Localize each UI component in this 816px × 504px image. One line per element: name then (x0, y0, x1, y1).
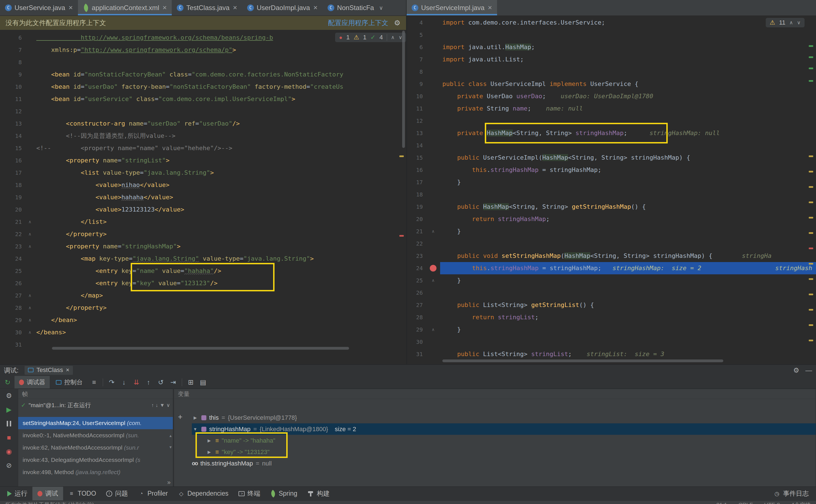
line-number[interactable]: 9 (0, 68, 26, 81)
run-to-cursor-icon[interactable]: ⇥ (168, 377, 178, 388)
warning-stripe-mark[interactable] (809, 324, 813, 326)
editor-tab-TestClass.java[interactable]: CTestClass.java× (172, 0, 242, 15)
code-text[interactable]: private HashMap<String, String> stringHa… (440, 127, 816, 139)
code-text[interactable] (34, 56, 406, 68)
expand-chevron-icon[interactable]: ▶ (206, 450, 212, 455)
line-number[interactable]: 26 (407, 287, 426, 299)
chevron-down-icon[interactable]: ∨ (379, 4, 383, 11)
toolwindow-button-终端[interactable]: >终端 (233, 487, 265, 500)
warning-stripe-mark[interactable] (809, 171, 813, 172)
status-item[interactable]: 21:1 (716, 501, 727, 504)
code-text[interactable] (440, 115, 816, 127)
code-text[interactable]: import com.demo.core.interfaces.UserServ… (440, 16, 816, 29)
line-number[interactable]: 8 (0, 56, 26, 68)
fold-marker-icon[interactable]: ∧ (432, 274, 435, 287)
menu-icon[interactable]: ≡ (89, 377, 99, 388)
line-number[interactable]: 10 (407, 90, 426, 102)
line-number[interactable]: 32 (407, 360, 426, 364)
code-text[interactable]: <list value-type="java.lang.String"> (34, 167, 406, 179)
added-stripe-mark[interactable] (809, 68, 813, 69)
editor-tab-UserService.java[interactable]: CUserService.java× (0, 0, 78, 15)
fold-marker-icon[interactable]: ∧ (28, 216, 32, 228)
line-number[interactable]: 19 (0, 191, 26, 203)
close-tab-icon[interactable]: × (313, 3, 317, 12)
prev-issue-icon[interactable]: ∧ (789, 20, 793, 26)
fold-marker-icon[interactable]: ∧ (28, 240, 32, 253)
line-number[interactable]: 18 (407, 188, 426, 201)
code-text[interactable]: return stringHashMap; (440, 213, 816, 225)
frames-scrollbar[interactable]: ▲▼ (169, 434, 172, 449)
variable-row[interactable]: ▶≡"key" -> "123123" (192, 446, 816, 458)
line-number[interactable]: 21 (0, 216, 26, 228)
expand-chevron-icon[interactable]: ▶ (206, 438, 212, 443)
warning-stripe-mark[interactable] (809, 232, 813, 234)
added-stripe-mark[interactable] (809, 45, 813, 47)
code-text[interactable]: xmlns:p="http://www.springframework.org/… (34, 44, 406, 56)
code-text[interactable] (440, 29, 816, 41)
line-number[interactable]: 31 (0, 339, 26, 351)
vertical-scrollbar-left[interactable] (402, 31, 405, 148)
code-text[interactable]: public void setStringHashMap(HashMap<Str… (440, 250, 816, 262)
warning-stripe-mark[interactable] (809, 186, 813, 188)
warning-stripe-mark[interactable] (809, 294, 813, 295)
line-number[interactable]: 29 (407, 323, 426, 336)
code-text[interactable]: public HashMap<String, String> getString… (440, 201, 816, 213)
warning-stripe-mark[interactable] (809, 278, 813, 280)
line-number[interactable]: 17 (0, 167, 26, 179)
status-item[interactable]: 4个空格 (791, 501, 811, 504)
code-text[interactable]: <bean id="userService" class="com.demo.c… (34, 93, 406, 105)
line-number[interactable]: 19 (407, 201, 426, 213)
configure-context-link[interactable]: 配置应用程序上下文 (328, 18, 388, 27)
code-text[interactable] (440, 237, 816, 250)
code-text[interactable]: <!--因为是普通类型,所以用value--> (34, 130, 406, 142)
stack-frame-row[interactable]: invoke:43, DelegatingMethodAccessorImpl … (18, 454, 173, 466)
add-watch-icon[interactable]: + (178, 412, 182, 421)
rerun-icon[interactable]: ↻ (2, 377, 13, 388)
toolwindow-button-Profiler[interactable]: ◔Profiler (133, 487, 173, 500)
line-number[interactable]: 7 (0, 44, 26, 56)
toolwindow-button-运行[interactable]: 运行 (2, 487, 32, 500)
fold-marker-icon[interactable]: ∧ (28, 302, 32, 314)
editor-tab-applicationContext.xml[interactable]: applicationContext.xml× (78, 0, 172, 15)
chevron-down-icon[interactable]: ∨ (166, 402, 170, 408)
line-number[interactable]: 11 (407, 102, 426, 115)
close-tab-icon[interactable]: × (68, 3, 73, 12)
next-issue-icon[interactable]: ∨ (797, 20, 801, 26)
line-number[interactable]: 6 (407, 41, 426, 53)
code-text[interactable]: } (440, 274, 816, 287)
view-breakpoints-icon[interactable]: ◉ (4, 447, 14, 456)
code-text[interactable]: </list> (34, 216, 406, 228)
fold-marker-icon[interactable]: ∧ (28, 314, 32, 326)
line-number[interactable]: 14 (0, 130, 26, 142)
line-number[interactable]: 5 (407, 29, 426, 41)
expand-chevron-icon[interactable]: ▶ (192, 415, 198, 420)
java-editor[interactable]: 4import com.demo.core.interfaces.UserSer… (407, 16, 816, 364)
code-text[interactable]: } (440, 323, 816, 336)
code-text[interactable]: <value>hahaha</value> (34, 191, 406, 203)
warning-stripe-mark[interactable] (809, 217, 813, 219)
code-text[interactable]: <bean id="nonStaticFactoryBean" class="c… (34, 68, 406, 81)
code-text[interactable]: public UserServiceImpl(HashMap<String, S… (440, 152, 816, 164)
code-text[interactable] (440, 139, 816, 152)
added-stripe-mark[interactable] (809, 80, 813, 82)
line-number[interactable]: 18 (0, 179, 26, 191)
line-number[interactable]: 17 (407, 176, 426, 188)
line-number[interactable]: 31 (407, 348, 426, 360)
toolwindow-button-问题[interactable]: !问题 (101, 487, 133, 500)
code-text[interactable] (440, 287, 816, 299)
wrench-icon[interactable]: ⚙ (4, 392, 14, 400)
hide-icon[interactable]: — (805, 366, 812, 374)
code-text[interactable]: <entry key="key" value="123123"/> (34, 277, 406, 289)
toolwindow-button-调试[interactable]: 调试 (32, 487, 63, 500)
line-number[interactable]: 23 (407, 250, 426, 262)
debug-view-tab-控制台[interactable]: 控制台 (51, 376, 87, 388)
code-text[interactable]: <property name="stringHashMap"> (34, 240, 406, 253)
pause-icon[interactable] (4, 419, 14, 428)
warning-stripe-mark[interactable] (809, 201, 813, 203)
toolwindow-button-Dependencies[interactable]: ◇Dependencies (173, 487, 233, 500)
warning-stripe-mark[interactable] (809, 155, 813, 157)
code-text[interactable] (440, 188, 816, 201)
code-text[interactable]: </property> (34, 228, 406, 240)
line-number[interactable]: 20 (407, 213, 426, 225)
variable-row[interactable]: ▶this = {UserServiceImpl@1778} (192, 412, 816, 423)
